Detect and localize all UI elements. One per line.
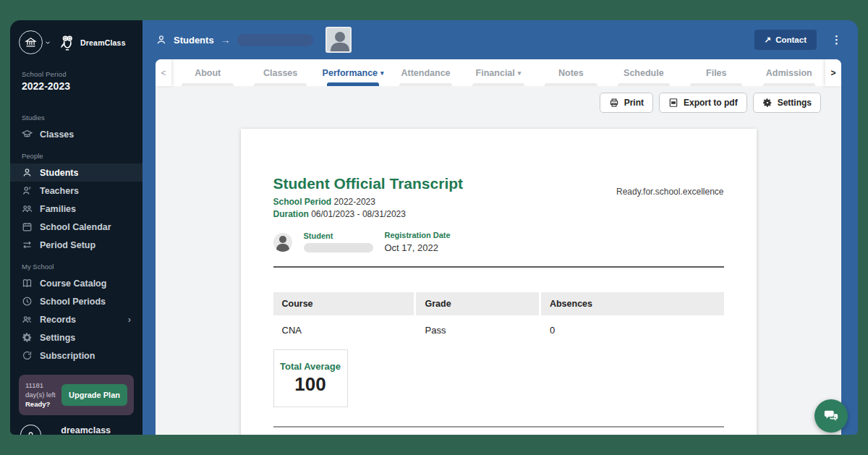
- sidebar-header: DreamClass: [10, 30, 142, 54]
- sidebar-item-period-setup[interactable]: Period Setup: [10, 236, 142, 254]
- tab-notes[interactable]: Notes: [535, 59, 607, 86]
- group-label-studies: Studies: [10, 114, 142, 122]
- tabs: About Classes Performance▾ Attendance Fi…: [171, 59, 825, 86]
- sidebar-item-label: Settings: [40, 333, 75, 343]
- transcript-title-block: Student Official Transcript School Perio…: [273, 175, 464, 219]
- transcript-header: Student Official Transcript School Perio…: [273, 175, 724, 219]
- topbar-actions: ↗ Contact ⋮: [754, 30, 845, 50]
- school-period-value: 2022-2023: [334, 197, 375, 207]
- upgrade-plan-button[interactable]: Upgrade Plan: [61, 384, 127, 406]
- cell-course: CNA: [273, 315, 414, 344]
- breadcrumb: Students →: [156, 27, 352, 53]
- tab-files[interactable]: Files: [680, 59, 752, 86]
- total-average-label: Total Average: [280, 361, 341, 372]
- tab-label: About: [195, 68, 221, 78]
- clock-icon: [22, 296, 33, 307]
- sidebar-item-records[interactable]: Records ›: [10, 310, 142, 328]
- chat-launcher-button[interactable]: [814, 399, 848, 433]
- sidebar-item-teachers[interactable]: Teachers: [10, 182, 142, 200]
- sidebar-item-label: School Periods: [40, 297, 106, 307]
- sidebar-item-settings[interactable]: Settings: [10, 328, 142, 346]
- days-left-text: 11181 day(s) left: [25, 381, 56, 400]
- teacher-icon: [22, 185, 33, 196]
- performance-content: Print Export to pdf Settings Student O: [156, 86, 841, 435]
- book-icon: [22, 278, 33, 289]
- group-label-people: People: [10, 152, 142, 160]
- sidebar: DreamClass School Period 2022-2023 Studi…: [10, 20, 142, 435]
- sidebar-item-course-catalog[interactable]: Course Catalog: [10, 274, 142, 292]
- sidebar-item-classes[interactable]: Classes: [10, 125, 142, 143]
- organization-switcher[interactable]: [19, 30, 51, 54]
- brand-logo: DreamClass: [58, 33, 126, 52]
- contact-label: Contact: [775, 35, 807, 44]
- sidebar-item-families[interactable]: Families: [10, 200, 142, 218]
- column-header-course: Course: [273, 292, 414, 315]
- user-avatar-icon: [20, 425, 41, 435]
- person-icon: [156, 34, 167, 46]
- tab-financial[interactable]: Financial▾: [462, 59, 535, 86]
- breadcrumb-section[interactable]: Students: [174, 35, 214, 46]
- sidebar-item-subscription[interactable]: Subscription: [10, 346, 142, 365]
- calendar-icon: [22, 221, 33, 232]
- group-label-my-school: My School: [10, 263, 142, 271]
- tabs-scroll-right-button[interactable]: >: [825, 59, 841, 86]
- school-period-label: School Period: [273, 197, 332, 207]
- tab-schedule[interactable]: Schedule: [608, 59, 680, 86]
- student-photo: [326, 27, 352, 53]
- total-average-value: 100: [294, 373, 326, 396]
- tab-classes[interactable]: Classes: [244, 59, 316, 86]
- tab-label: Classes: [263, 68, 297, 78]
- tab-about[interactable]: About: [171, 59, 244, 86]
- export-pdf-button[interactable]: Export to pdf: [659, 93, 747, 113]
- sidebar-item-label: Teachers: [40, 186, 79, 196]
- records-people-icon: [22, 314, 33, 325]
- caret-down-icon: ▾: [380, 69, 384, 77]
- topbar: Students → ↗ Contact ⋮: [142, 20, 858, 59]
- people-icon: [22, 203, 33, 214]
- column-header-absences: Absences: [541, 292, 724, 315]
- tab-label: Performance: [323, 68, 378, 78]
- tab-performance[interactable]: Performance▾: [317, 59, 389, 86]
- tab-label: Admission: [766, 68, 812, 78]
- transcript-card: Student Official Transcript School Perio…: [241, 129, 757, 435]
- pdf-file-icon: [668, 98, 678, 108]
- registration-date-label: Registration Date: [385, 231, 451, 239]
- tab-label: Schedule: [624, 68, 664, 78]
- print-label: Print: [624, 98, 644, 108]
- sidebar-item-label: Students: [40, 168, 78, 178]
- transcript-duration: Duration 06/01/2023 - 08/31/2023: [273, 209, 464, 219]
- column-header-grade: Grade: [416, 292, 538, 315]
- account-menu[interactable]: dreamclass team: [10, 415, 142, 435]
- settings-button[interactable]: Settings: [753, 93, 821, 113]
- print-button[interactable]: Print: [600, 93, 653, 113]
- sidebar-item-students[interactable]: Students: [10, 163, 142, 182]
- tab-admission[interactable]: Admission: [753, 59, 825, 86]
- tabs-scroll-left-button[interactable]: <: [156, 59, 171, 86]
- upgrade-banner: 11181 day(s) left Ready? Upgrade Plan: [19, 375, 134, 415]
- account-name: dreamclass team: [61, 425, 132, 435]
- tab-label: Files: [706, 68, 727, 78]
- table-row: CNA Pass 0: [273, 315, 724, 344]
- transcript-toolbar: Print Export to pdf Settings: [600, 93, 821, 113]
- contact-button[interactable]: ↗ Contact: [754, 30, 817, 50]
- duration-label: Duration: [273, 209, 309, 219]
- kebab-menu-icon[interactable]: ⋮: [828, 33, 845, 46]
- app-window: DreamClass School Period 2022-2023 Studi…: [10, 20, 858, 435]
- student-info-row: Student Registration Date Oct 17, 2022: [273, 231, 724, 253]
- sidebar-item-school-calendar[interactable]: School Calendar: [10, 218, 142, 236]
- tab-label: Notes: [558, 68, 584, 78]
- transcript-title: Student Official Transcript: [273, 175, 464, 192]
- tab-label: Attendance: [401, 68, 450, 78]
- chevron-down-icon: [47, 433, 54, 435]
- student-panel: < About Classes Performance▾ Attendance …: [156, 59, 841, 435]
- upgrade-text: 11181 day(s) left Ready?: [25, 381, 56, 409]
- ready-text: Ready?: [25, 400, 56, 409]
- sidebar-item-label: Subscription: [40, 351, 95, 361]
- student-name-redacted: [304, 243, 373, 252]
- tab-attendance[interactable]: Attendance: [389, 59, 461, 86]
- sidebar-item-label: Families: [40, 204, 76, 214]
- sidebar-item-school-periods[interactable]: School Periods: [10, 292, 142, 310]
- chevron-down-icon: [44, 39, 51, 46]
- school-period-label: School Period: [22, 70, 131, 78]
- tabs-bar: < About Classes Performance▾ Attendance …: [156, 59, 841, 86]
